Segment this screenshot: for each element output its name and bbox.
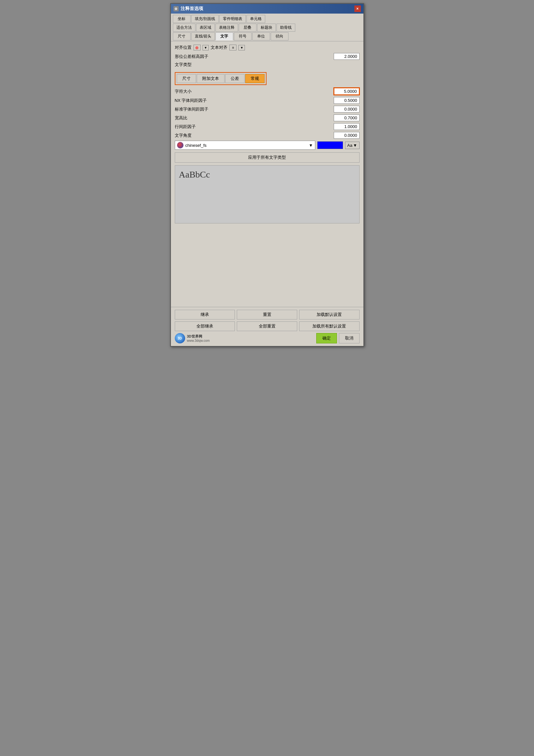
tab-unit[interactable]: 单位 bbox=[252, 32, 270, 40]
footer-row-1: 继承 重置 加载默认设置 bbox=[175, 310, 360, 319]
apply-all-button[interactable]: 应用于所有文字类型 bbox=[175, 152, 360, 163]
nx-spacing-label: NX 字体间距因子 bbox=[175, 98, 207, 103]
text-align-label: 文本对齐 bbox=[211, 45, 227, 50]
tab-fit-method[interactable]: 适合方法 bbox=[173, 24, 195, 32]
footer-confirm-row: 3D 3D世界网 www.3dsjw.com 确定 取消 bbox=[175, 333, 360, 343]
position-icon[interactable]: ⊕ bbox=[193, 45, 201, 50]
watermark-url: www.3dsjw.com bbox=[187, 339, 210, 342]
type-btn-dimension[interactable]: 尺寸 bbox=[177, 74, 196, 83]
text-type-label: 文字类型 bbox=[175, 62, 191, 68]
aspect-ratio-input[interactable] bbox=[334, 115, 360, 121]
tabs-section: 坐标 填充/剖面线 零件明细表 单元格 适合方法 表区域 表格注释 层叠 标题块… bbox=[171, 14, 364, 41]
font-brand-icon bbox=[177, 142, 184, 148]
std-spacing-label: 标准字体间距因子 bbox=[175, 106, 208, 112]
empty-area bbox=[175, 226, 360, 304]
cancel-button[interactable]: 取消 bbox=[339, 333, 360, 343]
text-type-label-row: 文字类型 bbox=[175, 62, 360, 69]
type-btn-appended[interactable]: 附加文本 bbox=[197, 74, 224, 83]
watermark-logo-text: 3D bbox=[178, 337, 182, 340]
main-content: 对齐位置 ⊕ ▼ 文本对齐 ≡ ▼ 形位公差框高因子 文字类型 尺寸 附加文本 bbox=[171, 41, 364, 307]
tab-table-note[interactable]: 表格注释 bbox=[216, 24, 238, 32]
alignment-row: 对齐位置 ⊕ ▼ 文本对齐 ≡ ▼ bbox=[175, 45, 360, 50]
confirm-button[interactable]: 确定 bbox=[316, 333, 337, 343]
tabs-row-1: 坐标 填充/剖面线 零件明细表 单元格 bbox=[173, 15, 362, 23]
tab-symbol[interactable]: 符号 bbox=[234, 32, 252, 40]
tolerance-frame-row: 形位公差框高因子 bbox=[175, 53, 360, 60]
tab-radial[interactable]: 径向 bbox=[271, 32, 289, 40]
dialog-title: 注释首选项 bbox=[181, 6, 203, 12]
char-size-row: 字符大小 bbox=[175, 88, 360, 95]
alignment-dropdown-btn[interactable]: ▼ bbox=[203, 45, 209, 50]
footer: 继承 重置 加载默认设置 全部继承 全部重置 加载所有默认设置 3D 3D世界网… bbox=[171, 307, 364, 346]
watermark-text-block: 3D世界网 www.3dsjw.com bbox=[187, 334, 210, 342]
text-align-dropdown-arrow: ▼ bbox=[240, 46, 243, 49]
aspect-ratio-label: 宽高比 bbox=[175, 115, 187, 121]
tab-rib-line[interactable]: 助骨线 bbox=[276, 24, 295, 32]
line-spacing-label: 行间距因子 bbox=[175, 124, 196, 130]
title-bar-left: ⚙ 注释首选项 bbox=[173, 6, 203, 12]
text-type-section: 尺寸 附加文本 公差 常规 bbox=[175, 72, 267, 85]
tab-cell-grid[interactable]: 单元格 bbox=[246, 15, 265, 23]
text-angle-label: 文字角度 bbox=[175, 133, 191, 138]
font-dropdown-arrow: ▼ bbox=[309, 143, 313, 148]
font-name: chinesef_fs bbox=[186, 143, 207, 148]
preview-text: AaBbCc bbox=[179, 170, 210, 179]
tab-text[interactable]: 文字 bbox=[216, 32, 233, 40]
tab-layers[interactable]: 层叠 bbox=[239, 24, 257, 32]
char-size-input[interactable] bbox=[334, 88, 360, 95]
tab-dimension[interactable]: 尺寸 bbox=[173, 32, 191, 40]
font-dropdown[interactable]: chinesef_fs ▼ bbox=[175, 141, 315, 150]
std-spacing-input[interactable] bbox=[334, 106, 360, 113]
tabs-row-2: 适合方法 表区域 表格注释 层叠 标题块 助骨线 bbox=[173, 24, 362, 32]
line-spacing-input[interactable] bbox=[334, 123, 360, 130]
reset-button[interactable]: 重置 bbox=[237, 310, 297, 319]
tab-table-area[interactable]: 表区域 bbox=[196, 24, 215, 32]
aa-dropdown-arrow: ▼ bbox=[353, 143, 357, 148]
watermark-brand: 3D世界网 bbox=[187, 334, 210, 339]
type-btn-general[interactable]: 常规 bbox=[245, 74, 265, 83]
aspect-ratio-row: 宽高比 bbox=[175, 115, 360, 121]
dialog-window: ⚙ 注释首选项 × 坐标 填充/剖面线 零件明细表 单元格 适合方法 表区域 表… bbox=[170, 3, 364, 347]
watermark-logo: 3D bbox=[175, 333, 185, 343]
type-btn-tolerance[interactable]: 公差 bbox=[225, 74, 244, 83]
alignment-label: 对齐位置 bbox=[175, 45, 191, 50]
footer-row-2: 全部继承 全部重置 加载所有默认设置 bbox=[175, 321, 360, 331]
color-swatch[interactable] bbox=[317, 141, 343, 149]
preview-box: AaBbCc bbox=[175, 165, 360, 224]
tab-parts-list[interactable]: 零件明细表 bbox=[219, 15, 246, 23]
close-button[interactable]: × bbox=[354, 6, 361, 12]
tab-line-arrow[interactable]: 直线/箭头 bbox=[191, 32, 215, 40]
load-all-default-button[interactable]: 加载所有默认设置 bbox=[299, 321, 360, 331]
nx-spacing-row: NX 字体间距因子 bbox=[175, 97, 360, 104]
settings-icon: ⚙ bbox=[173, 6, 179, 11]
text-align-dropdown-btn[interactable]: ▼ bbox=[239, 45, 245, 50]
std-spacing-row: 标准字体间距因子 bbox=[175, 106, 360, 113]
tolerance-frame-label: 形位公差框高因子 bbox=[175, 54, 208, 60]
inherit-all-button[interactable]: 全部继承 bbox=[175, 321, 235, 331]
text-angle-row: 文字角度 bbox=[175, 132, 360, 139]
tabs-row-3: 尺寸 直线/箭头 文字 符号 单位 径向 bbox=[173, 32, 362, 40]
nx-spacing-input[interactable] bbox=[334, 97, 360, 104]
crosshair-icon: ⊕ bbox=[195, 45, 199, 50]
title-bar: ⚙ 注释首选项 × bbox=[171, 4, 364, 14]
font-row: chinesef_fs ▼ Aa ▼ bbox=[175, 141, 360, 150]
load-default-button[interactable]: 加载默认设置 bbox=[299, 310, 360, 319]
alignment-dropdown-arrow: ▼ bbox=[204, 46, 207, 49]
char-size-label: 字符大小 bbox=[175, 89, 191, 94]
tab-coordinates[interactable]: 坐标 bbox=[173, 15, 191, 23]
line-spacing-row: 行间距因子 bbox=[175, 123, 360, 130]
aa-button[interactable]: Aa ▼ bbox=[345, 142, 360, 149]
tolerance-frame-input[interactable] bbox=[334, 53, 360, 60]
inherit-button[interactable]: 继承 bbox=[175, 310, 235, 319]
watermark-area: 3D 3D世界网 www.3dsjw.com bbox=[175, 333, 314, 343]
reset-all-button[interactable]: 全部重置 bbox=[237, 321, 297, 331]
aa-label: Aa bbox=[347, 143, 352, 148]
text-angle-input[interactable] bbox=[334, 132, 360, 139]
text-align-icon: ≡ bbox=[229, 45, 237, 50]
tab-fill[interactable]: 填充/剖面线 bbox=[191, 15, 219, 23]
tab-title-block[interactable]: 标题块 bbox=[257, 24, 276, 32]
